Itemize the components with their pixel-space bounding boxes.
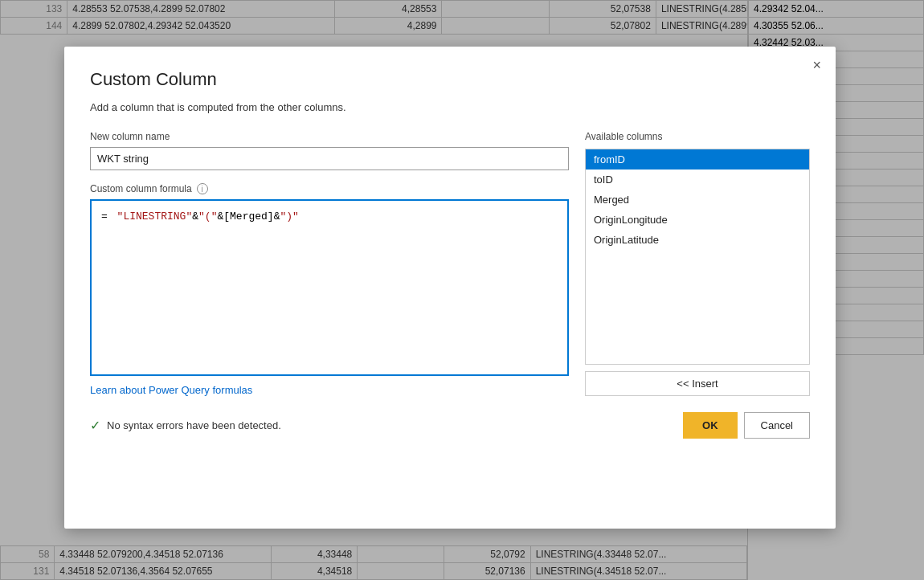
cancel-button[interactable]: Cancel (744, 412, 810, 439)
learn-link[interactable]: Learn about Power Query formulas (90, 384, 569, 396)
formula-operator3: & (274, 210, 280, 223)
formula-label: Custom column formula (90, 183, 192, 194)
formula-equals-sign: = (101, 210, 114, 223)
insert-button[interactable]: << Insert (585, 371, 810, 396)
column-item-fromID[interactable]: fromID (586, 149, 809, 170)
check-icon: ✓ (90, 418, 100, 433)
dialog-footer: ✓ No syntax errors have been detected. O… (90, 412, 810, 439)
ok-button[interactable]: OK (683, 412, 738, 439)
column-name-input[interactable] (90, 147, 569, 170)
custom-column-dialog: × Custom Column Add a column that is com… (64, 47, 836, 529)
status-ok: ✓ No syntax errors have been detected. (90, 418, 281, 433)
formula-operator1: & (192, 210, 198, 223)
dialog-body: New column name Custom column formula i … (90, 131, 810, 396)
formula-editor[interactable]: = "LINESTRING" & "(" & [Merged] & ")" (90, 199, 569, 376)
column-item-originlongitude[interactable]: OriginLongitude (586, 210, 809, 230)
dialog-subtitle: Add a column that is computed from the o… (90, 101, 810, 113)
column-item-originlatitude[interactable]: OriginLatitude (586, 230, 809, 250)
footer-buttons: OK Cancel (683, 412, 810, 439)
formula-field: [Merged] (223, 210, 273, 223)
dialog-left-panel: New column name Custom column formula i … (90, 131, 569, 396)
available-columns-label: Available columns (585, 131, 810, 142)
column-item-toID[interactable]: toID (586, 170, 809, 190)
available-columns-list: fromID toID Merged OriginLongitude Origi… (585, 149, 810, 365)
dialog-title: Custom Column (90, 69, 810, 90)
modal-overlay: × Custom Column Add a column that is com… (0, 0, 924, 580)
formula-string1: "LINESTRING" (117, 210, 193, 223)
status-text: No syntax errors have been detected. (107, 419, 281, 431)
column-name-label: New column name (90, 131, 569, 142)
info-icon: i (197, 183, 208, 194)
formula-label-row: Custom column formula i (90, 183, 569, 194)
column-item-merged[interactable]: Merged (586, 190, 809, 210)
formula-string2: "(" (198, 210, 217, 223)
close-button[interactable]: × (812, 58, 821, 72)
dialog-right-panel: Available columns fromID toID Merged Ori… (585, 131, 810, 396)
formula-string3: ")" (280, 210, 299, 223)
formula-operator2: & (217, 210, 223, 223)
formula-line: = "LINESTRING" & "(" & [Merged] & ")" (100, 207, 559, 226)
